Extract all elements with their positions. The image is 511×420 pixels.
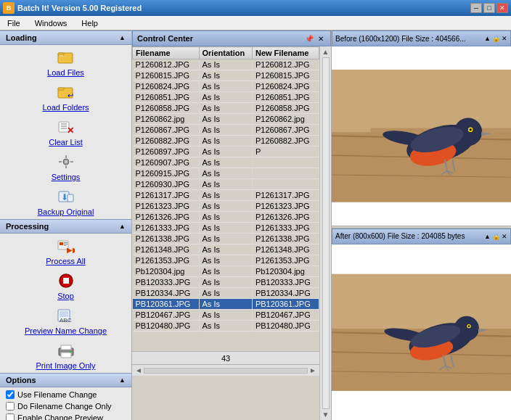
settings-icon [57,154,75,171]
after-panel-title: After (800x600) File Size : 204085 bytes [335,232,483,240]
svg-rect-13 [65,155,67,158]
print-image-only-item[interactable]: Print Image Only [0,338,131,373]
stop-item[interactable]: Stop [0,268,131,303]
table-row[interactable]: P1260907.JPGAs Is [133,157,319,168]
minimize-button[interactable]: ─ [470,3,482,13]
table-row[interactable]: P1261326.JPGAs IsP1261326.JPG [133,212,319,223]
stop-icon [57,273,75,290]
preview-name-change-item[interactable]: ABC Preview Name Change [0,303,131,338]
control-center-pin-icon[interactable]: 📌 [304,33,314,44]
table-row[interactable]: P1261338.JPGAs IsP1261338.JPG [133,234,319,244]
stop-label: Stop [57,292,74,300]
do-filename-change-only-checkbox[interactable] [6,402,15,411]
col-orientation: Orientation [199,47,252,59]
col-filename: Filename [133,47,200,59]
svg-rect-23 [64,244,68,244]
maximize-button[interactable]: □ [483,3,495,13]
backup-original-item[interactable]: ⬇ Backup Original [0,184,131,219]
loading-section-header[interactable]: Loading ▲ [0,30,131,45]
table-row[interactable]: P1260897.JPGAs IsP [133,147,319,157]
table-row[interactable]: PB120334.JPGAs IsPB120334.JPG [133,288,319,299]
close-button[interactable]: ✕ [496,3,508,13]
before-bird-image [332,46,511,226]
backup-original-label: Backup Original [38,207,94,216]
use-filename-change-checkbox[interactable] [6,390,15,399]
svg-point-64 [468,325,470,327]
options-section-label: Options [6,376,36,384]
control-center-close-icon[interactable]: ✕ [316,33,326,44]
table-scrollbar-h[interactable]: ◄ ► [132,364,319,376]
svg-point-47 [470,128,472,131]
options-checkboxes: Use Filename Change Do Filename Change O… [0,387,131,420]
file-table-scroll[interactable]: Filename Orientation New Filename P12608… [132,46,319,351]
table-row[interactable]: PB120333.JPGAs IsPB120333.JPG [133,277,319,288]
svg-rect-15 [59,161,62,162]
table-row[interactable]: P1261317.JPGAs IsP1261317.JPG [133,190,319,201]
before-panel-pin[interactable]: ▲ [484,35,491,42]
menu-file[interactable]: File [3,17,25,29]
load-files-item[interactable]: Load Files [0,45,131,80]
after-panel-lock[interactable]: 🔒 [492,233,500,240]
control-center-title: Control Center [137,34,301,43]
table-row[interactable]: P1261353.JPGAs IsP1261353.JPG [133,255,319,266]
processing-section-label: Processing [6,222,49,231]
load-folders-item[interactable]: ↩ Load Folders [0,80,131,115]
table-row[interactable]: P1260824.JPGAs IsP1260824.JPG [133,81,319,92]
svg-rect-24 [64,245,66,246]
clear-list-icon: ✕ [57,119,75,136]
table-row[interactable]: P1260862.jpgAs IsP1260862.jpg [133,114,319,125]
after-panel-pin[interactable]: ▲ [484,233,491,240]
preview-name-change-icon: ABC [57,308,75,325]
table-row[interactable]: P1260858.JPGAs IsP1260858.JPG [133,103,319,114]
backup-original-icon: ⬇ [57,189,75,206]
table-row[interactable]: P1260851.JPGAs IsP1260851.JPG [133,92,319,103]
clear-list-item[interactable]: ✕ Clear List [0,115,131,149]
table-row[interactable]: P1260815.JPGAs IsP1260815.JPG [133,70,319,81]
before-panel-x[interactable]: ✕ [502,35,507,42]
file-table-wrapper: Filename Orientation New Filename P12608… [132,46,331,420]
do-filename-change-only-label: Do Filename Change Only [17,402,112,411]
options-section-header[interactable]: Options ▲ [0,373,131,387]
use-filename-change-row: Use Filename Change [6,390,126,399]
before-panel-close[interactable]: 🔒 [492,35,500,42]
table-row[interactable]: PB120467.JPGAs IsPB120467.JPG [133,310,319,321]
svg-rect-29 [60,311,68,317]
after-panel-header: After (800x600) File Size : 204085 bytes… [332,228,511,244]
settings-item[interactable]: Settings [0,149,131,184]
settings-label: Settings [52,173,81,181]
loading-section-label: Loading [6,33,37,42]
svg-rect-22 [64,242,68,243]
table-row[interactable]: PB120480.JPGAs IsPB120480.JPG [133,321,319,332]
svg-point-34 [70,351,71,353]
load-folders-icon: ↩ [57,84,75,102]
after-panel-x[interactable]: ✕ [502,233,507,240]
table-scrollbar-v[interactable]: ▲ ▼ [319,46,331,420]
after-bird-image [332,244,511,421]
file-table: Filename Orientation New Filename P12608… [132,46,319,332]
table-row[interactable]: PB120361.JPGAs IsPB120361.JPG [133,299,319,310]
table-row[interactable]: P1260930.JPGAs Is [133,179,319,190]
table-row[interactable]: P1260812.JPGAs IsP1260812.JPG [133,59,319,70]
title-bar: B Batch It! Version 5.00 Registered ─ □ … [0,0,511,16]
table-row[interactable]: P1261333.JPGAs IsP1261333.JPG [133,223,319,234]
window-controls: ─ □ ✕ [470,3,508,13]
menu-windows[interactable]: Windows [30,17,72,29]
enable-change-preview-label: Enable Change Preview [17,413,103,420]
svg-text:ABC: ABC [60,317,72,324]
table-row[interactable]: P1260867.JPGAs IsP1260867.JPG [133,125,319,136]
table-row[interactable]: P1260882.JPGAs IsP1260882.JPG [133,136,319,147]
process-all-item[interactable]: ▶▶ Process All [0,234,131,268]
table-row[interactable]: P1261323.JPGAs IsP1261323.JPG [133,201,319,212]
processing-section-header[interactable]: Processing ▲ [0,219,131,234]
control-center-header: Control Center 📌 ✕ [132,30,331,46]
load-files-icon [57,49,75,67]
table-row[interactable]: P1261348.JPGAs IsP1261348.JPG [133,244,319,255]
load-files-label: Load Files [47,68,84,77]
svg-text:✕: ✕ [67,125,74,135]
table-row[interactable]: Pb120304.jpgAs IsPb120304.jpg [133,266,319,277]
svg-rect-33 [61,353,71,358]
enable-change-preview-checkbox[interactable] [6,413,15,420]
table-row[interactable]: P1260915.JPGAs Is [133,168,319,179]
svg-rect-4 [58,88,64,90]
menu-help[interactable]: Help [77,17,102,29]
